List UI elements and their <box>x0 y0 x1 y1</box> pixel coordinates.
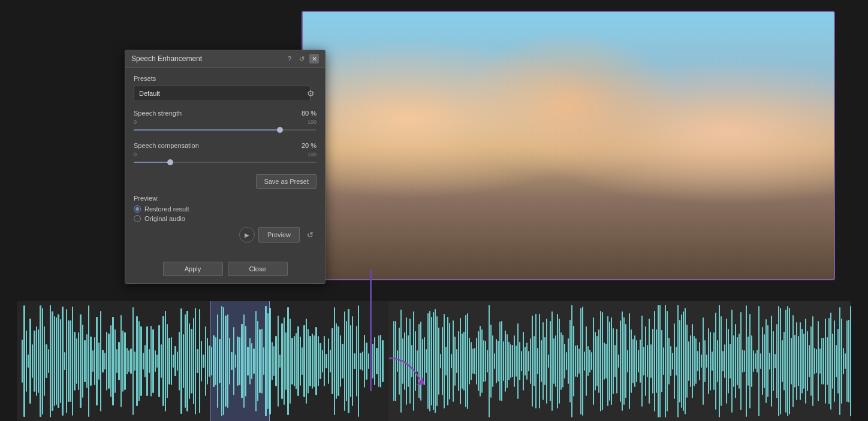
waveform-bar <box>708 328 709 394</box>
waveform-bar <box>469 338 470 384</box>
waveform-bar <box>360 353 361 369</box>
apply-button[interactable]: Apply <box>163 262 223 276</box>
waveform-bar <box>358 305 359 417</box>
waveform-bar <box>251 343 252 379</box>
waveform-bar <box>152 329 153 393</box>
waveform-bar <box>231 352 232 370</box>
waveform-bar <box>677 305 679 417</box>
waveform-bar <box>144 345 146 377</box>
waveform-bar <box>737 337 738 385</box>
waveform-bar <box>819 349 821 374</box>
waveform-bar <box>771 316 772 407</box>
waveform-bar <box>508 342 510 380</box>
play-button[interactable]: ▶ <box>239 227 255 243</box>
waveform-bar <box>272 342 273 380</box>
waveform-bar <box>825 319 826 404</box>
waveform-bar <box>179 332 180 390</box>
waveform-bar <box>203 355 204 368</box>
waveform-bar <box>98 343 100 380</box>
waveform-bar <box>72 307 73 416</box>
waveform-bar <box>769 353 770 369</box>
waveform-bar <box>827 337 828 385</box>
speech-compensation-slider[interactable] <box>134 158 317 167</box>
waveform-bar <box>284 317 285 405</box>
radio-original-audio[interactable]: Original audio <box>134 215 317 222</box>
waveform-bar <box>672 353 673 369</box>
waveform-bar <box>70 320 71 402</box>
waveform-bar <box>183 334 184 388</box>
waveform-bar <box>609 322 610 401</box>
waveform-bar <box>36 326 37 396</box>
help-icon[interactable]: ? <box>285 54 294 63</box>
close-button[interactable]: Close <box>228 262 288 276</box>
waveform-bar <box>712 352 713 371</box>
waveform-bar <box>249 338 251 384</box>
waveform-bar <box>620 320 621 402</box>
waveform-bar <box>823 338 824 384</box>
waveform-bar <box>472 349 474 374</box>
waveform-right-canvas <box>388 301 851 421</box>
preset-select[interactable]: Default <box>134 86 311 101</box>
speech-strength-thumb[interactable] <box>277 127 283 133</box>
waveform-bar <box>161 344 162 378</box>
speech-strength-slider[interactable] <box>134 125 317 135</box>
waveform-bar <box>237 337 238 386</box>
waveform-bar <box>88 305 89 417</box>
speech-strength-value: 80 % <box>302 110 317 117</box>
waveform-bar <box>440 354 441 368</box>
waveform-bar <box>645 326 646 396</box>
waveform-bar <box>627 350 628 372</box>
speech-compensation-thumb[interactable] <box>167 159 173 165</box>
waveform-bar <box>44 326 45 396</box>
radio-restored-dot <box>135 207 139 211</box>
waveform-bar <box>191 329 192 393</box>
waveform-bar <box>623 317 625 405</box>
waveform-bar <box>525 347 526 375</box>
waveform-bar <box>308 329 309 393</box>
waveform-bar <box>803 334 804 389</box>
waveform-bar <box>560 332 562 390</box>
waveform-bar <box>290 319 291 404</box>
waveform-bar <box>150 326 152 396</box>
radio-original-circle <box>134 215 141 222</box>
waveform-bar <box>199 309 200 413</box>
waveform-bar <box>517 323 519 399</box>
waveform-bar <box>832 334 833 389</box>
waveform-bar <box>56 317 57 405</box>
waveform-bar <box>143 353 144 369</box>
preset-gear-icon[interactable]: ⚙ <box>305 87 317 99</box>
waveform-bar <box>544 337 545 385</box>
reset-icon[interactable]: ↺ <box>297 54 306 63</box>
save-preset-button[interactable]: Save as Preset <box>256 174 317 189</box>
window-close-button[interactable]: ✕ <box>309 54 319 63</box>
radio-restored-circle <box>134 205 141 213</box>
waveform-bar <box>460 318 461 404</box>
waveform-bar <box>496 339 497 383</box>
waveform-bar <box>744 350 745 372</box>
waveform-bar <box>221 306 222 416</box>
waveform-bar <box>193 318 194 404</box>
waveform-bar <box>699 342 700 380</box>
waveform-bar <box>444 314 445 408</box>
waveform-bar <box>487 350 488 372</box>
waveform-bar <box>34 331 35 392</box>
preview-button[interactable]: Preview <box>258 227 300 243</box>
waveform-bar <box>643 347 644 375</box>
waveform-bar <box>247 347 248 375</box>
waveform-bar <box>710 332 711 390</box>
waveform-bar <box>104 353 106 369</box>
waveform-bar <box>374 337 375 385</box>
waveform-bar <box>845 353 846 369</box>
waveform-bar <box>631 329 632 393</box>
radio-restored-result[interactable]: Restored result <box>134 205 317 213</box>
waveform-bar <box>309 336 311 386</box>
waveform-bar <box>68 320 69 402</box>
waveform-bar <box>368 353 369 369</box>
speech-enhancement-dialog: Speech Enhancement ? ↺ ✕ Presets Default… <box>125 50 326 284</box>
refresh-icon[interactable]: ↺ <box>303 228 317 241</box>
waveform-bar <box>505 331 506 392</box>
waveform-bar <box>566 352 567 370</box>
waveform-bar <box>48 349 49 373</box>
waveform-bar <box>542 322 544 400</box>
waveform-bar <box>726 319 727 404</box>
